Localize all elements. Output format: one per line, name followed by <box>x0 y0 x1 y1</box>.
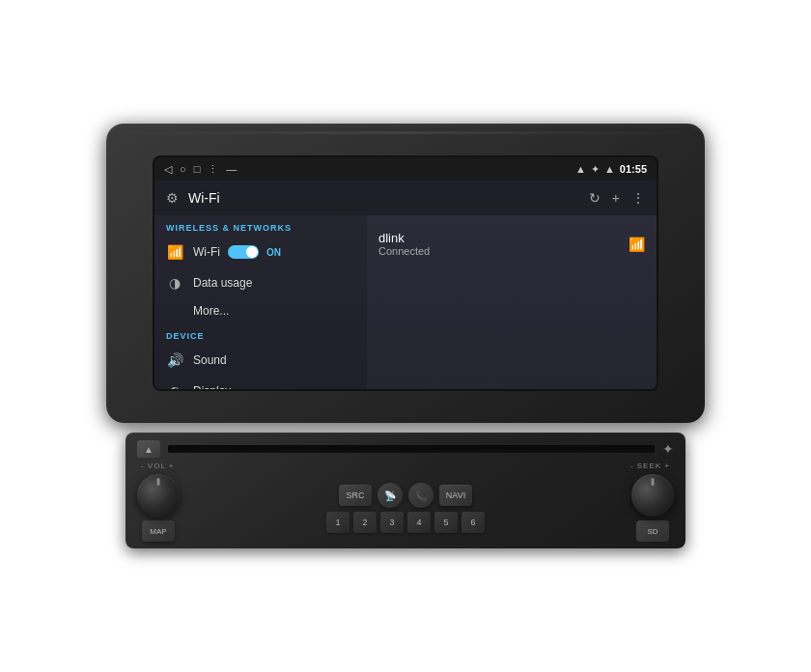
top-unit: ◁ ○ □ ⋮ — ▲ ✦ ▲ 01:55 ⚙ Wi-Fi <box>106 124 705 423</box>
menu-nav-icon[interactable]: ⋮ <box>208 163 218 176</box>
sd-button[interactable]: SD <box>636 520 669 542</box>
center-controls: SRC 📡 📞 NAVI 1 2 3 4 5 6 <box>185 483 626 533</box>
navi-button[interactable]: NAVI <box>439 485 472 506</box>
device-header: DEVICE <box>154 323 367 345</box>
num-2-button[interactable]: 2 <box>353 512 377 533</box>
wifi-settings-item[interactable]: 📶 Wi-Fi ON <box>154 237 367 267</box>
screen-frame: ◁ ○ □ ⋮ — ▲ ✦ ▲ 01:55 ⚙ Wi-Fi <box>154 157 657 389</box>
overflow-menu-icon[interactable]: ⋮ <box>631 190 645 206</box>
signal-icon: ▲ <box>575 163 586 175</box>
data-usage-item[interactable]: ◑ Data usage <box>154 267 367 298</box>
brightness-icon[interactable]: ✦ <box>662 441 674 457</box>
app-bar-title: Wi-Fi <box>188 190 579 206</box>
volume-knob[interactable] <box>137 474 180 517</box>
back-nav-icon[interactable]: ◁ <box>164 163 172 176</box>
status-bar-left: ◁ ○ □ ⋮ — <box>164 163 237 176</box>
num-1-button[interactable]: 1 <box>326 512 350 533</box>
seek-label: - SEEK + <box>630 462 670 470</box>
radio-icon-button[interactable]: 📡 <box>378 483 403 508</box>
time-display: 01:55 <box>620 163 647 175</box>
more-item[interactable]: More... <box>154 298 367 323</box>
cd-slot <box>168 445 655 453</box>
radio-top-row: ▲ ✦ <box>137 440 674 458</box>
src-button[interactable]: SRC <box>339 485 372 506</box>
num-6-button[interactable]: 6 <box>461 512 485 533</box>
settings-content: WIRELESS & NETWORKS 📶 Wi-Fi ON ◑ Data <box>154 215 657 389</box>
sound-label: Sound <box>193 353 227 367</box>
vol-label: - VOL + <box>141 462 175 470</box>
network-name: dlink <box>378 231 430 245</box>
wifi-icon: ▲ <box>604 163 615 175</box>
phone-button[interactable]: 📞 <box>408 483 433 508</box>
display-label: Display <box>193 384 231 389</box>
volume-knob-area: MAP <box>137 474 180 542</box>
eject-button[interactable]: ▲ <box>137 440 160 458</box>
android-content: ⚙ Wi-Fi ↻ + ⋮ WIRELESS & NETWORKS 📶 <box>154 181 657 389</box>
num-5-button[interactable]: 5 <box>434 512 458 533</box>
bluetooth-icon: ✦ <box>591 163 600 176</box>
settings-left-panel: WIRELESS & NETWORKS 📶 Wi-Fi ON ◑ Data <box>154 215 367 389</box>
network-status: Connected <box>378 245 430 257</box>
vol-seek-row: - VOL + - SEEK + <box>137 462 674 470</box>
seek-knob[interactable] <box>631 474 674 517</box>
settings-gear-icon: ⚙ <box>166 190 179 206</box>
bottom-unit: ▲ ✦ - VOL + - SEEK + MAP SRC 📡 📞 <box>126 433 685 548</box>
network-info: dlink Connected <box>378 231 430 257</box>
wifi-toggle-switch[interactable] <box>228 245 259 259</box>
home-nav-icon[interactable]: ○ <box>180 163 186 175</box>
seek-knob-area: SD <box>631 474 674 542</box>
settings-right-panel: dlink Connected 📶 <box>367 215 657 389</box>
display-item[interactable]: ◐ Display <box>154 376 367 389</box>
sound-icon: 🔊 <box>166 352 183 368</box>
recents-nav-icon[interactable]: □ <box>194 163 201 175</box>
data-usage-label: Data usage <box>193 276 252 290</box>
add-network-icon[interactable]: + <box>612 190 620 206</box>
minimize-nav-icon[interactable]: — <box>226 163 237 175</box>
network-signal-icon: 📶 <box>629 237 645 252</box>
sound-item[interactable]: 🔊 Sound <box>154 345 367 376</box>
display-icon: ◐ <box>166 383 183 389</box>
wireless-networks-header: WIRELESS & NETWORKS <box>154 215 367 237</box>
app-bar: ⚙ Wi-Fi ↻ + ⋮ <box>154 181 657 215</box>
refresh-icon[interactable]: ↻ <box>589 190 601 206</box>
wifi-menu-icon: 📶 <box>166 244 183 260</box>
map-button[interactable]: MAP <box>142 520 175 542</box>
app-bar-actions: ↻ + ⋮ <box>589 190 645 206</box>
status-bar: ◁ ○ □ ⋮ — ▲ ✦ ▲ 01:55 <box>154 157 657 181</box>
num-button-row: 1 2 3 4 5 6 <box>326 512 485 533</box>
status-bar-right: ▲ ✦ ▲ 01:55 <box>575 163 647 176</box>
network-item[interactable]: dlink Connected 📶 <box>378 225 645 263</box>
wifi-toggle-row: Wi-Fi ON <box>193 245 281 259</box>
radio-main-row: MAP SRC 📡 📞 NAVI 1 2 3 4 5 6 <box>137 474 674 542</box>
device-container: ◁ ○ □ ⋮ — ▲ ✦ ▲ 01:55 ⚙ Wi-Fi <box>106 124 705 548</box>
wifi-label: Wi-Fi <box>193 245 220 259</box>
data-usage-icon: ◑ <box>166 275 183 291</box>
num-4-button[interactable]: 4 <box>407 512 431 533</box>
top-button-row: SRC 📡 📞 NAVI <box>339 483 472 508</box>
wifi-toggle-on-label: ON <box>266 247 281 258</box>
num-3-button[interactable]: 3 <box>380 512 404 533</box>
